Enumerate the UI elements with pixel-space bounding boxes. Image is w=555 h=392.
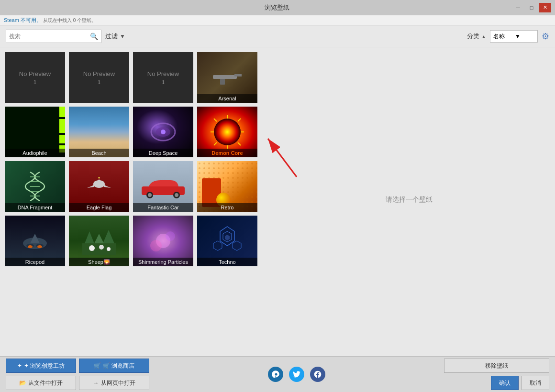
sheep-label: Sheep🌄 xyxy=(69,258,129,266)
browse-workshop-button[interactable]: ✦ ✦ 浏览创意工坊 xyxy=(6,359,76,373)
grid-item-deep-space[interactable]: Deep Space xyxy=(132,106,194,158)
grid-item-audiophile[interactable]: Audiophile xyxy=(4,106,66,158)
grid-item-eagle-flag[interactable]: Eagle Flag xyxy=(68,160,130,213)
retro-label: Retro xyxy=(197,203,257,212)
social-links xyxy=(149,367,444,382)
grid-area: No Preview 1 No Preview 1 No Preview 1 xyxy=(0,47,263,352)
grid-item-no-preview-3[interactable]: No Preview 1 xyxy=(132,51,194,104)
grid-item-sheep[interactable]: Sheep🌄 xyxy=(68,215,130,267)
demon-core-icon xyxy=(208,115,246,149)
svg-marker-39 xyxy=(85,231,94,243)
no-preview-label: No Preview xyxy=(19,70,51,77)
workshop-icon: ✦ xyxy=(17,362,22,369)
filter-group: 过滤 ▼ xyxy=(105,32,125,41)
eagle-icon xyxy=(80,170,118,203)
svg-marker-50 xyxy=(225,235,230,240)
svg-point-36 xyxy=(28,245,33,248)
chevron-down-icon: ▼ xyxy=(515,33,534,40)
remove-wallpaper-button[interactable]: 移除壁纸 xyxy=(444,359,549,373)
grid-item-shimmering[interactable]: Shimmering Particles xyxy=(132,215,194,267)
svg-point-27 xyxy=(148,193,152,197)
svg-marker-41 xyxy=(94,234,104,243)
beach-label: Beach xyxy=(69,149,129,157)
demon-core-label: Demon Core xyxy=(197,149,257,157)
svg-line-12 xyxy=(214,142,217,145)
eagle-flag-label: Eagle Flag xyxy=(69,203,129,212)
svg-point-37 xyxy=(37,245,42,248)
ricepod-icon xyxy=(16,227,54,255)
shimmering-icon xyxy=(144,224,182,258)
wallpaper-grid: No Preview 1 No Preview 1 No Preview 1 xyxy=(4,51,259,267)
search-box[interactable]: 🔍 xyxy=(6,30,101,43)
dna-icon xyxy=(21,167,49,206)
svg-point-46 xyxy=(166,231,175,241)
grid-item-dna-fragment[interactable]: DNA Fragment xyxy=(4,160,66,213)
title-bar: 浏览壁纸 ─ □ ✕ xyxy=(0,0,555,15)
twitter-social-icon[interactable] xyxy=(289,367,304,382)
cancel-button[interactable]: 取消 xyxy=(522,376,549,390)
grid-item-retro[interactable]: Retro xyxy=(196,160,258,213)
svg-rect-1 xyxy=(234,74,242,76)
grid-item-demon-core[interactable]: Demon Core xyxy=(196,106,258,158)
sort-arrow[interactable]: ▲ xyxy=(481,34,486,39)
shimmering-label: Shimmering Particles xyxy=(133,258,193,266)
filter-icon[interactable]: ▼ xyxy=(120,33,125,40)
open-web-button[interactable]: → 从网页中打开 xyxy=(79,376,149,390)
svg-point-29 xyxy=(175,193,178,197)
filter-label: 过滤 xyxy=(105,32,118,41)
techno-icon xyxy=(206,224,249,258)
grid-item-no-preview-1[interactable]: No Preview 1 xyxy=(4,51,66,104)
steam-link[interactable]: Steam 不可用。 xyxy=(4,17,42,23)
facebook-social-icon[interactable] xyxy=(310,367,325,382)
close-button[interactable]: ✕ xyxy=(539,3,551,12)
svg-point-42 xyxy=(89,245,95,251)
grid-item-arsenal[interactable]: Arsenal xyxy=(196,51,258,104)
sort-value: 名称 xyxy=(493,33,513,41)
search-icon[interactable]: 🔍 xyxy=(90,33,98,40)
open-file-button[interactable]: 📂 从文件中打开 xyxy=(6,376,76,390)
bottom-left-buttons: ✦ ✦ 浏览创意工坊 🛒 🛒 浏览商店 📂 从文件中打开 → 从网页中打开 xyxy=(6,359,149,390)
settings-icon[interactable]: ⚙ xyxy=(542,31,549,42)
folder-icon: 📂 xyxy=(19,380,26,386)
toolbar: 🔍 过滤 ▼ 分类 ▲ 名称 ▼ ⚙ xyxy=(0,26,555,47)
main-area: No Preview 1 No Preview 1 No Preview 1 xyxy=(0,47,555,352)
maximize-button[interactable]: □ xyxy=(525,3,538,12)
svg-line-10 xyxy=(238,142,241,145)
confirm-button[interactable]: 确认 xyxy=(491,376,519,390)
svg-rect-38 xyxy=(82,243,116,255)
svg-rect-0 xyxy=(213,75,237,79)
window-controls: ─ □ ✕ xyxy=(512,3,551,12)
svg-line-8 xyxy=(238,119,241,121)
no-preview-label-2: No Preview xyxy=(83,70,115,77)
grid-item-no-preview-2[interactable]: No Preview 1 xyxy=(68,51,130,104)
sort-dropdown[interactable]: 名称 ▼ xyxy=(490,30,538,43)
steam-sub-text: 从现在中找入 0 个壁纸。 xyxy=(43,18,96,23)
grid-item-fantastic-car[interactable]: Fantastic Car xyxy=(132,160,194,213)
confirm-cancel-row: 确认 取消 xyxy=(491,376,549,390)
minimize-button[interactable]: ─ xyxy=(512,3,524,12)
browse-store-button[interactable]: 🛒 🛒 浏览商店 xyxy=(79,359,149,373)
svg-point-5 xyxy=(161,130,166,134)
grid-item-beach[interactable]: Beach xyxy=(68,106,130,158)
grid-item-techno[interactable]: Techno xyxy=(196,215,258,267)
car-icon xyxy=(139,174,187,198)
svg-point-44 xyxy=(107,247,111,251)
arsenal-icon xyxy=(208,65,246,89)
no-preview-count: 1 xyxy=(33,79,36,85)
svg-point-43 xyxy=(99,245,104,250)
svg-rect-2 xyxy=(220,79,225,85)
grid-item-ricepod[interactable]: Ricepod xyxy=(4,215,66,267)
store-icon: 🛒 xyxy=(94,362,101,369)
window-title: 浏览壁纸 xyxy=(42,3,512,12)
sheep-icon xyxy=(80,224,118,258)
steam-status-bar: Steam 不可用。 从现在中找入 0 个壁纸。 xyxy=(0,15,555,26)
steam-social-icon[interactable] xyxy=(268,367,283,382)
search-input[interactable] xyxy=(9,33,90,40)
steam-logo xyxy=(271,370,280,379)
bottom-right-buttons: 移除壁纸 确认 取消 xyxy=(444,359,549,390)
no-preview-label-3: No Preview xyxy=(147,70,179,77)
ricepod-label: Ricepod xyxy=(5,258,65,266)
sort-label: 分类 xyxy=(467,32,479,41)
bottom-bar: ✦ ✦ 浏览创意工坊 🛒 🛒 浏览商店 📂 从文件中打开 → 从网页中打开 xyxy=(0,356,555,392)
deep-space-label: Deep Space xyxy=(133,149,193,157)
